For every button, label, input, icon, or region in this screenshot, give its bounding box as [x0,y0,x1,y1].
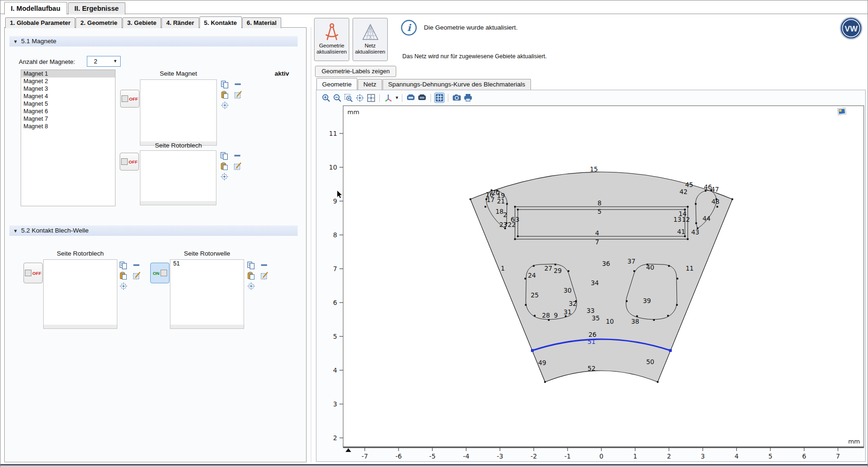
subtab-3-gebiete[interactable]: 3. Gebiete [123,17,161,28]
kontakt-rotorblech-toggle[interactable]: OFF [23,263,43,283]
magnet-list-item[interactable]: Magnet 4 [21,93,115,100]
zoom-to-selection-icon[interactable] [247,282,255,290]
magnet-list[interactable]: Magnet 1Magnet 2Magnet 3Magnet 4Magnet 5… [21,70,115,206]
toolbar-separator [430,94,431,102]
copy-selection-icon[interactable] [220,152,229,160]
image-save-icon[interactable] [417,93,427,103]
geometrie-labels-zeigen-button[interactable]: Geometrie-Labels zeigen [315,66,396,77]
kontakt-rotorwelle-selection-box[interactable]: 51 [170,259,244,329]
edge-label-10: 10 [606,318,614,325]
edge-label-47: 47 [711,186,719,193]
subtab-1-globale-parameter[interactable]: 1. Globale Parameter [5,17,75,28]
selected-boundary-item[interactable]: 51 [170,260,244,267]
clear-selection-icon[interactable] [234,91,242,99]
geometrie-aktualisieren-button[interactable]: Geometrie aktualisieren [314,18,349,61]
seite-magnet-selection-box[interactable] [140,79,217,146]
zoom-in-icon[interactable] [321,93,331,103]
kontakt-rotorblech-selection-box[interactable] [43,259,117,329]
subtab-4-ränder[interactable]: 4. Ränder [161,17,199,28]
vertex-dot [633,270,635,272]
kontakt-rotorblech-title: Seite Rotorblech [43,250,117,257]
edge-label-1: 1 [501,265,505,272]
x-tick-label: 3 [701,452,705,460]
copy-selection-icon[interactable] [119,261,128,270]
copy-selection-icon[interactable] [221,80,229,89]
y-tick-label: 2 [333,434,337,442]
axis-dropdown-caret-icon[interactable]: ▼ [395,95,399,100]
seite-magnet-title: Seite Magnet [140,70,217,77]
image-copy-icon[interactable] [406,93,416,103]
seite-magnet-toggle[interactable]: OFF [120,90,139,108]
zoom-extents-icon[interactable] [366,93,376,103]
subtab-2-geometrie[interactable]: 2. Geometrie [76,17,122,28]
remove-selection-icon[interactable] [132,261,141,270]
zoom-to-selection-icon[interactable] [119,282,128,290]
section-header-kontakt[interactable]: ▼5.2 Kontakt Blech-Welle [9,226,298,236]
magnet-list-item[interactable]: Magnet 8 [21,123,115,130]
paste-selection-icon[interactable] [247,272,255,280]
view-tab-spannungs-dehnungs-kurve[interactable]: Spannungs-Dehnungs-Kurve des Blechmateri… [383,79,531,90]
zoom-selected-icon[interactable] [354,93,365,103]
edge-label-7: 7 [595,238,599,246]
tab-modellaufbau[interactable]: I. Modellaufbau [4,2,67,15]
y-tick-label: 4 [333,366,337,374]
anzahl-label: Anzahl der Magnete: [19,58,75,65]
section-header-magnete[interactable]: ▼5.1 Magnete [9,36,298,47]
grid-toggle-icon[interactable] [434,93,445,103]
seite-rotorblech-selection-box[interactable] [140,150,216,205]
view-tab-netz[interactable]: Netz [358,79,382,90]
clear-selection-icon[interactable] [233,162,242,171]
geometry-plot[interactable]: 1516201917211822322638547141312414344484… [316,90,866,462]
edge-label-31: 31 [563,308,571,316]
edge-label-49: 49 [538,359,546,366]
edge-label-33: 33 [586,307,594,314]
netz-aktualisieren-button[interactable]: Netz aktualisieren [353,18,388,61]
vertex-dot [524,278,526,280]
magnet-list-item[interactable]: Magnet 3 [21,85,115,93]
camera-snapshot-icon[interactable] [452,93,462,103]
remove-selection-icon[interactable] [233,152,242,160]
anzahl-dropdown[interactable]: 2 ▼ [87,56,121,67]
magnet-list-item[interactable]: Magnet 1 [21,70,115,78]
zoom-to-selection-icon[interactable] [220,172,229,181]
copy-selection-icon[interactable] [247,261,255,270]
panel-splitter[interactable] [311,27,311,462]
collapse-caret-icon[interactable]: ▼ [13,226,18,236]
tab-ergebnisse[interactable]: II. Ergebnisse [68,2,125,15]
seite-rotorblech-toggle[interactable]: OFF [120,153,139,171]
paste-selection-icon[interactable] [119,272,128,280]
aktiv-label: aktiv [275,70,289,77]
zoom-to-selection-icon[interactable] [221,101,229,109]
collapse-caret-icon[interactable]: ▼ [13,37,18,47]
content-top-border [0,14,868,14]
magnet-list-item[interactable]: Magnet 7 [21,115,115,123]
zoom-box-icon[interactable] [343,93,353,103]
kontakt-rotorwelle-toggle[interactable]: ON [150,263,169,283]
vertex-dot [514,206,516,208]
mouse-cursor [337,190,343,200]
print-icon[interactable] [463,93,473,103]
edge-label-6: 6 [511,216,515,223]
edge-label-25: 25 [530,291,538,299]
axis-orientation-icon[interactable] [383,93,393,103]
y-tick-label: 3 [333,400,337,408]
clear-selection-icon[interactable] [260,272,269,280]
main-tab-bar: I. Modellaufbau II. Ergebnisse [4,2,126,15]
clear-selection-icon[interactable] [132,272,141,280]
edge-label-45: 45 [685,181,693,188]
remove-selection-icon[interactable] [260,261,269,270]
vertex-dot [676,304,678,306]
magnet-list-item[interactable]: Magnet 6 [21,108,115,115]
magnet-list-item[interactable]: Magnet 2 [21,78,115,85]
paste-selection-icon[interactable] [221,91,229,99]
x-tick-label: -2 [530,452,537,460]
vertex-dot [653,319,655,321]
paste-selection-icon[interactable] [220,162,229,171]
zoom-out-icon[interactable] [332,93,342,103]
remove-selection-icon[interactable] [234,80,242,89]
subtab-6-material[interactable]: 6. Material [242,17,282,28]
chevron-down-icon: ▼ [113,59,117,63]
view-tab-geometrie[interactable]: Geometrie [316,78,357,90]
subtab-5-kontakte[interactable]: 5. Kontakte [200,16,242,28]
magnet-list-item[interactable]: Magnet 5 [21,100,115,108]
